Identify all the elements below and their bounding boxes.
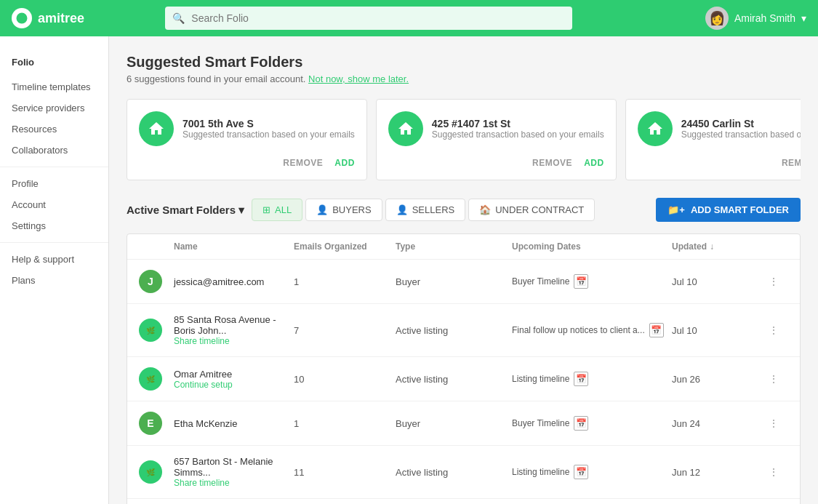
row-menu-3[interactable]: ⋮ — [759, 373, 788, 385]
row-name-1: jessica@amitree.com — [174, 276, 294, 287]
card-title-3: 24450 Carlin St — [681, 118, 801, 129]
house-icon-1 — [139, 111, 174, 146]
sidebar-divider — [0, 167, 108, 167]
col-upcoming: Upcoming Dates — [512, 241, 672, 252]
row-type-4: Buyer — [396, 418, 512, 429]
smart-folders-title[interactable]: Active Smart Folders ▾ — [127, 204, 244, 217]
row-menu-1[interactable]: ⋮ — [759, 276, 788, 287]
sidebar-item-collaborators[interactable]: Collaborators — [0, 140, 108, 161]
row-upcoming-5: Listing timeline 📅 — [512, 465, 672, 479]
row-avatar-2: 🌿 — [139, 319, 162, 342]
page-subtitle: 6 suggestions found in your email accoun… — [127, 73, 801, 84]
table-row: 🌿 657 Barton St - Melanie Simms... Share… — [127, 446, 800, 499]
card-subtitle-2: Suggested transaction based on your emai… — [432, 129, 604, 140]
remove-button-1[interactable]: REMOVE — [283, 158, 323, 168]
table-row: E Etha McKenzie 1 Buyer Buyer Timeline 📅… — [127, 401, 800, 446]
row-name-sub-3[interactable]: Continue setup — [174, 380, 294, 390]
calendar-icon-5[interactable]: 📅 — [574, 465, 588, 479]
table-row: 🌿 85 Santa Rosa Avenue - Boris John... S… — [127, 304, 800, 357]
suggestion-card-3: 24450 Carlin St Suggested transaction ba… — [625, 99, 801, 180]
logo-text: amitree — [38, 11, 84, 26]
row-type-1: Buyer — [396, 276, 512, 287]
house-icon-filter: 🏠 — [479, 204, 491, 215]
sidebar-item-plans[interactable]: Plans — [0, 270, 108, 291]
search-input[interactable] — [165, 7, 572, 30]
layout: Folio Timeline templates Service provide… — [0, 36, 818, 504]
row-menu-2[interactable]: ⋮ — [759, 324, 788, 336]
svg-point-0 — [17, 13, 28, 24]
row-emails-2: 7 — [294, 325, 396, 336]
sidebar-item-help[interactable]: Help & support — [0, 249, 108, 270]
remove-button-3[interactable]: REMOVE — [782, 158, 801, 168]
calendar-icon-1[interactable]: 📅 — [574, 274, 588, 289]
suggestion-card-1: 7001 5th Ave S Suggested transaction bas… — [127, 99, 367, 180]
row-updated-2: Jul 10 — [672, 325, 759, 336]
chevron-down-icon: ▾ — [801, 12, 806, 24]
row-name-sub-5[interactable]: Share timeline — [174, 478, 294, 488]
add-button-2[interactable]: ADD — [584, 158, 604, 168]
add-smart-folder-button[interactable]: 📁+ ADD SMART FOLDER — [656, 198, 801, 222]
card-title-1: 7001 5th Ave S — [183, 118, 355, 129]
calendar-icon-4[interactable]: 📅 — [574, 416, 588, 431]
calendar-icon-2[interactable]: 📅 — [649, 323, 664, 337]
table-row: J jessica@amitree.com 1 Buyer Buyer Time… — [127, 260, 800, 304]
row-emails-5: 11 — [294, 467, 396, 478]
grid-icon: ⊞ — [262, 204, 270, 215]
user-menu[interactable]: 👩 Amirah Smith ▾ — [705, 7, 806, 30]
add-folder-icon: 📁+ — [667, 204, 685, 215]
logo: amitree — [12, 8, 99, 28]
sidebar-item-timeline-templates[interactable]: Timeline templates — [0, 76, 108, 97]
search-bar: 🔍 — [165, 7, 572, 30]
row-name-sub-2[interactable]: Share timeline — [174, 336, 294, 346]
card-actions-3: REMOVE ADD — [638, 158, 801, 168]
row-type-5: Active listing — [396, 467, 512, 478]
sidebar-item-resources[interactable]: Resources — [0, 119, 108, 140]
table-row: 🌿 Nelson James 3 Buyer Buyer Timeline 📅 … — [127, 499, 800, 504]
row-upcoming-1: Buyer Timeline 📅 — [512, 274, 672, 289]
sidebar: Folio Timeline templates Service provide… — [0, 36, 109, 504]
row-menu-5[interactable]: ⋮ — [759, 466, 788, 478]
row-type-3: Active listing — [396, 374, 512, 385]
col-type: Type — [396, 241, 512, 252]
sidebar-item-profile[interactable]: Profile — [0, 173, 108, 194]
filter-buyers[interactable]: 👤 BUYERS — [305, 199, 382, 221]
card-header-3: 24450 Carlin St Suggested transaction ba… — [638, 111, 801, 146]
card-actions-1: REMOVE ADD — [139, 158, 355, 168]
sidebar-divider-2 — [0, 242, 108, 243]
row-name-3: Omar Amitree — [174, 369, 294, 380]
suggestion-cards: 7001 5th Ave S Suggested transaction bas… — [127, 99, 801, 180]
subtitle-link[interactable]: Not now, show me later. — [308, 73, 409, 84]
row-menu-4[interactable]: ⋮ — [759, 417, 788, 429]
page-title: Suggested Smart Folders — [127, 54, 801, 71]
row-upcoming-3: Listing timeline 📅 — [512, 372, 672, 386]
col-emails: Emails Organized — [294, 241, 396, 252]
card-actions-2: REMOVE ADD — [388, 158, 604, 168]
search-icon: 🔍 — [172, 12, 185, 24]
filter-tabs: ⊞ ALL 👤 BUYERS 👤 SELLERS 🏠 UNDER CONTRAC… — [252, 199, 595, 221]
row-updated-5: Jun 12 — [672, 467, 759, 478]
calendar-icon-3[interactable]: 📅 — [574, 372, 588, 386]
header: amitree 🔍 👩 Amirah Smith ▾ — [0, 0, 818, 36]
row-emails-4: 1 — [294, 418, 396, 429]
chevron-down-icon-folders: ▾ — [238, 204, 244, 217]
filter-sellers[interactable]: 👤 SELLERS — [385, 199, 466, 221]
col-name: Name — [174, 241, 294, 252]
smart-folders-label: Active Smart Folders — [127, 204, 236, 216]
add-button-1[interactable]: ADD — [334, 158, 355, 168]
row-avatar-4: E — [139, 412, 162, 435]
row-name-5: 657 Barton St - Melanie Simms... — [174, 456, 294, 478]
sidebar-item-account[interactable]: Account — [0, 194, 108, 215]
row-avatar-3: 🌿 — [139, 367, 162, 391]
avatar: 👩 — [705, 7, 729, 30]
filter-all[interactable]: ⊞ ALL — [252, 199, 302, 221]
smart-folders-header: Active Smart Folders ▾ ⊞ ALL 👤 BUYERS 👤 … — [127, 198, 801, 222]
sidebar-item-service-providers[interactable]: Service providers — [0, 97, 108, 119]
house-icon-2 — [388, 111, 423, 146]
row-avatar-5: 🌿 — [139, 460, 162, 484]
person-icon-sellers: 👤 — [396, 204, 408, 215]
filter-under-contract[interactable]: 🏠 UNDER CONTRACT — [468, 199, 595, 221]
sidebar-item-settings[interactable]: Settings — [0, 215, 108, 236]
card-title-2: 425 #1407 1st St — [432, 118, 604, 129]
remove-button-2[interactable]: REMOVE — [532, 158, 572, 168]
card-subtitle-3: Suggested transaction based on your emai… — [681, 129, 801, 140]
